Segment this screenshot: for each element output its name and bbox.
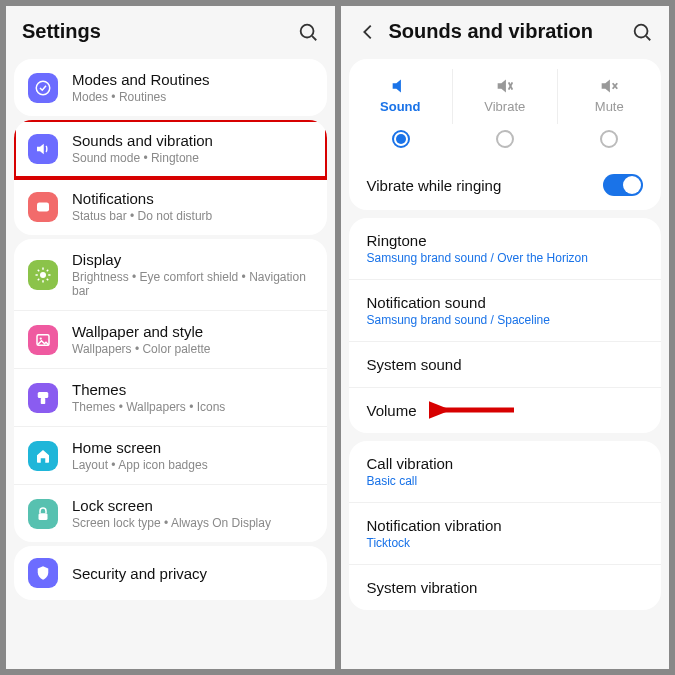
- sun-icon: [28, 260, 58, 290]
- speaker-icon: [349, 73, 453, 99]
- row-title: Display: [72, 251, 313, 268]
- sounds-header: Sounds and vibration: [341, 6, 670, 55]
- settings-row-notifications[interactable]: NotificationsStatus bar • Do not disturb: [14, 178, 327, 235]
- row-subtitle: Samsung brand sound / Over the Horizon: [367, 251, 644, 265]
- settings-row-themes[interactable]: ThemesThemes • Wallpapers • Icons: [14, 369, 327, 427]
- settings-row-wallpaper[interactable]: Wallpaper and styleWallpapers • Color pa…: [14, 311, 327, 369]
- row-title: Notification vibration: [367, 517, 644, 534]
- sound-row-3[interactable]: Volume: [349, 388, 662, 433]
- mode-tab-vibrate[interactable]: Vibrate: [453, 69, 558, 124]
- sounds-panel: Sounds and vibration SoundVibrateMute Vi…: [341, 6, 670, 669]
- row-subtitle: Modes • Routines: [72, 90, 313, 104]
- row-subtitle: Status bar • Do not disturb: [72, 209, 313, 223]
- settings-row-sounds[interactable]: Sounds and vibrationSound mode • Rington…: [14, 120, 327, 178]
- lock-icon: [28, 499, 58, 529]
- mode-radio-vibrate[interactable]: [496, 130, 514, 148]
- row-title: Ringtone: [367, 232, 644, 249]
- row-subtitle: Basic call: [367, 474, 644, 488]
- back-icon[interactable]: [357, 21, 379, 43]
- svg-line-19: [646, 36, 650, 40]
- row-subtitle: Screen lock type • Always On Display: [72, 516, 313, 530]
- settings-row-lock[interactable]: Lock screenScreen lock type • Always On …: [14, 485, 327, 542]
- row-subtitle: Ticktock: [367, 536, 644, 550]
- row-subtitle: Layout • App icon badges: [72, 458, 313, 472]
- row-subtitle: Samsung brand sound / Spaceline: [367, 313, 644, 327]
- row-title: Themes: [72, 381, 313, 398]
- brush-icon: [28, 383, 58, 413]
- svg-line-12: [38, 278, 40, 280]
- sound-mode-card: SoundVibrateMute Vibrate while ringing: [349, 59, 662, 210]
- vibrate-while-ringing-row[interactable]: Vibrate while ringing: [349, 160, 662, 210]
- svg-point-4: [40, 272, 46, 278]
- search-icon[interactable]: [297, 21, 319, 43]
- sound-row-2[interactable]: System sound: [349, 342, 662, 388]
- settings-row-modes[interactable]: Modes and RoutinesModes • Routines: [14, 59, 327, 116]
- settings-title: Settings: [22, 20, 287, 43]
- svg-rect-17: [39, 513, 48, 520]
- vibrate-while-ringing-label: Vibrate while ringing: [367, 177, 604, 194]
- search-icon[interactable]: [631, 21, 653, 43]
- row-title: Notifications: [72, 190, 313, 207]
- mode-radio-sound[interactable]: [392, 130, 410, 148]
- svg-point-2: [36, 81, 50, 95]
- row-title: Security and privacy: [72, 565, 313, 582]
- vibration-row-2[interactable]: System vibration: [349, 565, 662, 610]
- row-subtitle: Brightness • Eye comfort shield • Naviga…: [72, 270, 313, 298]
- check-circle-icon: [28, 73, 58, 103]
- mode-label: Sound: [349, 99, 453, 114]
- settings-row-home[interactable]: Home screenLayout • App icon badges: [14, 427, 327, 485]
- mode-label: Vibrate: [453, 99, 557, 114]
- svg-point-18: [635, 24, 648, 37]
- svg-rect-15: [38, 392, 49, 398]
- mode-tab-sound[interactable]: Sound: [349, 69, 454, 124]
- sound-row-1[interactable]: Notification soundSamsung brand sound / …: [349, 280, 662, 342]
- row-title: Home screen: [72, 439, 313, 456]
- sound-settings-card: RingtoneSamsung brand sound / Over the H…: [349, 218, 662, 433]
- svg-point-0: [300, 24, 313, 37]
- row-title: Sounds and vibration: [72, 132, 313, 149]
- svg-line-11: [47, 269, 49, 271]
- vibration-settings-card: Call vibrationBasic callNotification vib…: [349, 441, 662, 610]
- sounds-title: Sounds and vibration: [389, 20, 622, 43]
- row-title: Lock screen: [72, 497, 313, 514]
- row-title: Call vibration: [367, 455, 644, 472]
- settings-panel: Settings Modes and RoutinesModes • Routi…: [6, 6, 335, 669]
- vibration-row-0[interactable]: Call vibrationBasic call: [349, 441, 662, 503]
- vibrate-while-ringing-toggle[interactable]: [603, 174, 643, 196]
- mute-icon: [558, 73, 662, 99]
- image-icon: [28, 325, 58, 355]
- home-icon: [28, 441, 58, 471]
- row-subtitle: Sound mode • Ringtone: [72, 151, 313, 165]
- settings-header: Settings: [6, 6, 335, 55]
- speaker-icon: [28, 134, 58, 164]
- row-title: Volume: [367, 402, 644, 419]
- svg-rect-3: [37, 202, 49, 211]
- mode-tab-mute[interactable]: Mute: [558, 69, 662, 124]
- row-title: System vibration: [367, 579, 644, 596]
- sound-row-0[interactable]: RingtoneSamsung brand sound / Over the H…: [349, 218, 662, 280]
- vibration-row-1[interactable]: Notification vibrationTicktock: [349, 503, 662, 565]
- row-subtitle: Themes • Wallpapers • Icons: [72, 400, 313, 414]
- row-title: System sound: [367, 356, 644, 373]
- svg-point-14: [40, 337, 42, 339]
- bell-card-icon: [28, 192, 58, 222]
- svg-line-9: [38, 269, 40, 271]
- settings-row-display[interactable]: DisplayBrightness • Eye comfort shield •…: [14, 239, 327, 311]
- settings-row-security[interactable]: Security and privacy: [14, 546, 327, 600]
- svg-line-1: [312, 36, 316, 40]
- row-title: Modes and Routines: [72, 71, 313, 88]
- row-subtitle: Wallpapers • Color palette: [72, 342, 313, 356]
- row-title: Notification sound: [367, 294, 644, 311]
- vibrate-icon: [453, 73, 557, 99]
- svg-rect-16: [41, 398, 46, 404]
- shield-icon: [28, 558, 58, 588]
- mode-radio-mute[interactable]: [600, 130, 618, 148]
- svg-line-10: [47, 278, 49, 280]
- row-title: Wallpaper and style: [72, 323, 313, 340]
- mode-label: Mute: [558, 99, 662, 114]
